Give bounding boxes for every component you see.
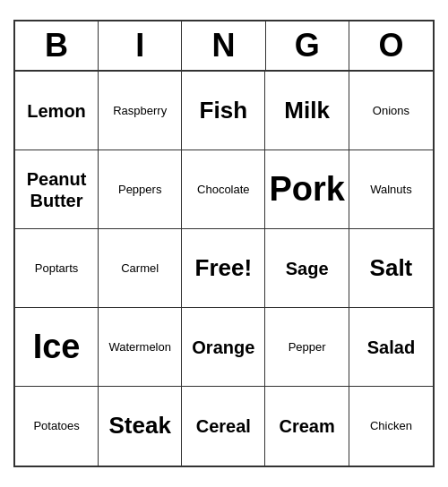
- cell-text-20: Potatoes: [33, 419, 79, 433]
- bingo-cell-14: Salt: [349, 229, 433, 308]
- bingo-cell-4: Onions: [349, 72, 433, 150]
- bingo-cell-18: Pepper: [265, 308, 349, 387]
- bingo-cell-9: Walnuts: [349, 150, 433, 229]
- bingo-cell-16: Watermelon: [99, 308, 182, 387]
- cell-text-19: Salad: [367, 337, 415, 358]
- cell-text-23: Cream: [279, 415, 334, 437]
- bingo-cell-8: Pork: [265, 150, 349, 229]
- header-letter-i: I: [99, 21, 182, 70]
- bingo-cell-13: Sage: [265, 229, 349, 308]
- bingo-cell-2: Fish: [182, 72, 265, 150]
- cell-text-1: Raspberry: [113, 104, 167, 118]
- bingo-cell-19: Salad: [349, 308, 433, 387]
- cell-text-15: Ice: [33, 327, 81, 368]
- cell-text-3: Milk: [284, 97, 330, 124]
- bingo-cell-5: Peanut Butter: [15, 150, 99, 229]
- bingo-header: BINGO: [15, 21, 433, 72]
- cell-text-14: Salt: [370, 254, 413, 282]
- bingo-cell-23: Cream: [265, 387, 349, 466]
- bingo-cell-11: Carmel: [99, 229, 182, 308]
- header-letter-g: G: [266, 21, 349, 70]
- cell-text-7: Chocolate: [197, 183, 250, 197]
- bingo-cell-20: Potatoes: [15, 387, 99, 466]
- bingo-cell-15: Ice: [15, 308, 99, 387]
- cell-text-11: Carmel: [121, 261, 159, 276]
- cell-text-21: Steak: [108, 412, 170, 440]
- cell-text-24: Chicken: [370, 419, 412, 433]
- cell-text-10: Poptarts: [35, 261, 78, 276]
- cell-text-4: Onions: [373, 104, 409, 118]
- header-letter-b: B: [15, 21, 99, 70]
- cell-text-22: Cereal: [196, 415, 251, 437]
- cell-text-8: Pork: [269, 169, 344, 210]
- cell-text-9: Walnuts: [370, 183, 411, 197]
- bingo-cell-3: Milk: [265, 72, 349, 150]
- cell-text-13: Sage: [286, 258, 329, 279]
- bingo-grid: LemonRaspberryFishMilkOnionsPeanut Butte…: [15, 72, 433, 466]
- cell-text-12: Free!: [195, 254, 253, 282]
- cell-text-16: Watermelon: [108, 340, 171, 355]
- bingo-cell-21: Steak: [99, 387, 182, 466]
- cell-text-2: Fish: [200, 97, 247, 124]
- bingo-cell-1: Raspberry: [99, 72, 182, 150]
- bingo-card: BINGO LemonRaspberryFishMilkOnionsPeanut…: [13, 20, 435, 467]
- cell-text-5: Peanut Butter: [19, 168, 94, 211]
- bingo-cell-10: Poptarts: [15, 229, 99, 308]
- header-letter-n: N: [182, 21, 265, 70]
- bingo-cell-17: Orange: [182, 308, 265, 387]
- bingo-cell-12: Free!: [182, 229, 265, 308]
- cell-text-18: Pepper: [289, 340, 326, 355]
- bingo-cell-22: Cereal: [182, 387, 265, 466]
- bingo-cell-7: Chocolate: [182, 150, 265, 229]
- cell-text-17: Orange: [192, 337, 254, 358]
- header-letter-o: O: [349, 21, 433, 70]
- bingo-cell-0: Lemon: [15, 72, 99, 150]
- cell-text-0: Lemon: [27, 100, 86, 122]
- cell-text-6: Peppers: [118, 183, 161, 197]
- bingo-cell-6: Peppers: [99, 150, 182, 229]
- bingo-cell-24: Chicken: [349, 387, 433, 466]
